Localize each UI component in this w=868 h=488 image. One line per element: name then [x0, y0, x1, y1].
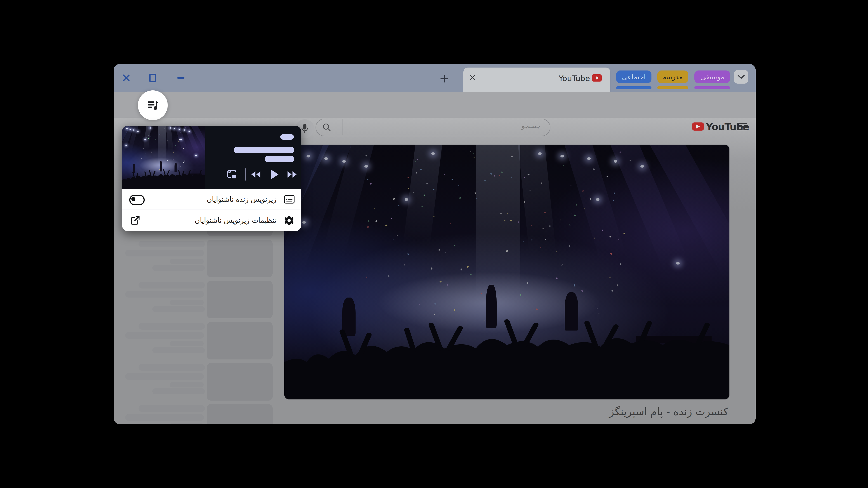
search-divider [342, 119, 342, 135]
gear-icon [283, 215, 295, 226]
live-caption-icon [284, 194, 295, 204]
skeleton-text-line [125, 250, 204, 256]
skeleton-text-line [152, 265, 205, 271]
light-beam [143, 126, 152, 158]
tab-group-school[interactable]: مدرسه [657, 70, 688, 83]
confetti [166, 144, 166, 145]
tab-group-social-underline [616, 86, 651, 89]
stage-spotlight [195, 155, 197, 156]
tab-search-chevron-button[interactable] [734, 70, 748, 84]
confetti [175, 145, 176, 147]
video-dim-scrim [284, 144, 730, 399]
skeleton-text-line [170, 423, 204, 424]
media-playlist-music-icon [146, 99, 159, 112]
stage-spotlight [137, 131, 138, 132]
skeleton-text-line [152, 347, 205, 353]
tab-title: YouTube [559, 74, 590, 83]
stage-spotlight [133, 129, 134, 131]
skeleton-text-line [170, 300, 204, 305]
media-title-skeleton [280, 134, 294, 140]
maximize-window-icon[interactable] [148, 73, 158, 83]
search-input[interactable] [315, 119, 550, 136]
stage-spotlight [174, 128, 175, 129]
menu-hamburger-icon[interactable] [737, 123, 747, 130]
caption-settings-row[interactable]: تنظیمات زیرنویس ناشنوایان [122, 209, 301, 231]
stage-spotlight [125, 145, 127, 146]
next-track-icon[interactable] [287, 169, 298, 180]
skeleton-text-line [170, 341, 204, 346]
skeleton-text-line [138, 323, 205, 330]
video-title: کنسرت زنده - پام اسپرینگز [609, 405, 728, 418]
new-tab-button[interactable]: + [437, 72, 451, 85]
skeleton-list-item [125, 363, 273, 404]
close-window-icon[interactable] [121, 73, 131, 83]
confetti [176, 142, 176, 143]
tab-strip: + YouTube اجتماعی مدرسه موسیقی [114, 64, 756, 92]
confetti [148, 138, 149, 139]
skeleton-text-line [125, 291, 204, 297]
confetti [139, 141, 140, 142]
live-caption-toggle[interactable] [129, 195, 145, 205]
tab-close-icon[interactable] [468, 73, 477, 82]
confetti [184, 160, 185, 161]
browser-toolbar: youtube.com/watch/ [114, 92, 756, 118]
skeleton-thumbnail [207, 281, 273, 318]
skeleton-text-line [138, 282, 205, 289]
picture-in-picture-icon[interactable] [226, 169, 237, 180]
search-icon[interactable] [322, 122, 332, 133]
play-icon[interactable] [270, 168, 279, 181]
youtube-favicon-icon [592, 74, 602, 82]
confetti [141, 158, 143, 159]
media-controls-toolbar-button[interactable] [138, 90, 168, 120]
skeleton-text-line [125, 414, 204, 421]
browser-window: + YouTube اجتماعی مدرسه موسیقی [114, 64, 756, 424]
chevron-down-icon [737, 74, 745, 79]
confetti [150, 137, 150, 138]
skeleton-text-line [138, 240, 205, 248]
live-caption-row[interactable]: زیرنویس زنده ناشنوایان [122, 189, 301, 209]
search-placeholder: جستجو [522, 122, 540, 130]
skeleton-text-line [138, 364, 205, 371]
active-tab[interactable]: YouTube [463, 68, 610, 92]
global-media-controls-popup: زیرنویس زنده ناشنوایان تنظیمات زیرنویس ن… [122, 126, 301, 231]
tab-group-music[interactable]: موسیقی [694, 70, 730, 83]
confetti [167, 140, 167, 140]
confetti [167, 133, 167, 134]
confetti [177, 140, 178, 141]
confetti [138, 144, 139, 145]
skeleton-list-item [125, 404, 273, 424]
stage-spotlight [180, 139, 182, 140]
skeleton-text-line [170, 259, 204, 264]
skeleton-text-line [138, 405, 205, 412]
skeleton-list-item [125, 281, 273, 322]
concert-thumbnail-art [122, 126, 205, 189]
video-player[interactable]: درحال پخش در تلویزیون اتاق نشیمن [284, 144, 730, 399]
stage-spotlight [188, 131, 190, 132]
previous-track-icon[interactable] [250, 169, 261, 180]
skeleton-text-line [152, 306, 205, 312]
confetti [172, 146, 173, 147]
skeleton-thumbnail [207, 363, 273, 400]
youtube-logo-icon[interactable] [692, 123, 704, 131]
caption-settings-label: تنظیمات زیرنویس ناشنوایان [195, 216, 276, 224]
confetti [183, 162, 184, 163]
tab-group-school-underline [657, 86, 688, 89]
skeleton-text-line [125, 332, 204, 339]
media-session-thumbnail [122, 126, 205, 189]
skeleton-text-line [152, 388, 205, 394]
minimize-window-icon[interactable] [176, 73, 186, 83]
crowd-silhouette [122, 164, 205, 189]
skeleton-thumbnail [207, 322, 273, 359]
media-source-skeleton [265, 156, 294, 162]
tab-group-social[interactable]: اجتماعی [616, 70, 651, 83]
media-session-card[interactable] [122, 126, 301, 189]
tab-group-music-underline [694, 86, 730, 89]
screen: + YouTube اجتماعی مدرسه موسیقی [0, 0, 868, 488]
media-artist-skeleton [234, 147, 294, 153]
controls-divider [246, 168, 246, 181]
skeleton-text-line [170, 382, 204, 387]
skeleton-list-item [125, 240, 273, 281]
confetti [155, 139, 156, 139]
confetti [178, 141, 179, 142]
confetti [180, 149, 180, 150]
